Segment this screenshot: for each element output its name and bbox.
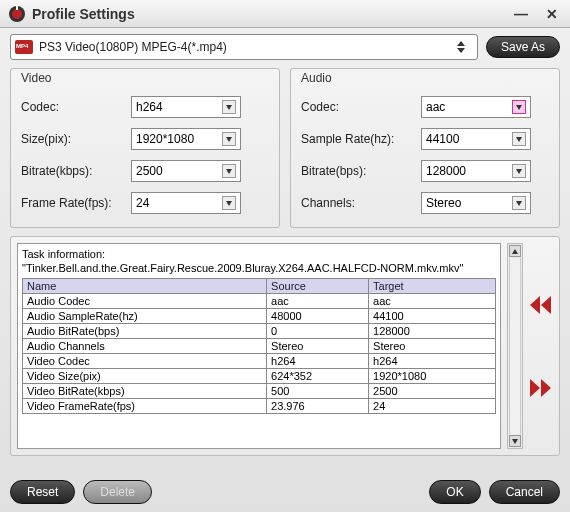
table-cell: Audio Channels — [23, 339, 267, 354]
table-row: Audio BitRate(bps)0128000 — [23, 324, 496, 339]
task-info-table: Name Source Target Audio CodecaacaacAudi… — [22, 278, 496, 414]
video-framerate-label: Frame Rate(fps): — [21, 196, 131, 210]
table-cell: 624*352 — [267, 369, 369, 384]
chevron-down-icon — [222, 196, 236, 210]
table-cell: h264 — [369, 354, 496, 369]
chevron-down-icon — [512, 164, 526, 178]
profile-settings-window: Profile Settings — ✕ PS3 Video(1080P) MP… — [0, 0, 570, 512]
task-info-inner: Task information: "Tinker.Bell.and.the.G… — [17, 243, 501, 449]
save-as-button[interactable]: Save As — [486, 36, 560, 58]
task-info-label: Task information: — [22, 248, 496, 260]
cancel-button[interactable]: Cancel — [489, 480, 560, 504]
table-cell: Audio Codec — [23, 294, 267, 309]
svg-marker-3 — [530, 296, 540, 314]
audio-samplerate-label: Sample Rate(hz): — [301, 132, 421, 146]
video-panel-title: Video — [21, 71, 269, 85]
profile-select[interactable]: PS3 Video(1080P) MPEG-4(*.mp4) — [10, 34, 478, 60]
table-cell: 23.976 — [267, 399, 369, 414]
video-framerate-select[interactable]: 24 — [131, 192, 241, 214]
video-panel: Video Codec:h264 Size(pix):1920*1080 Bit… — [10, 68, 280, 228]
svg-point-1 — [12, 9, 22, 19]
svg-marker-6 — [541, 379, 551, 397]
content-area: PS3 Video(1080P) MPEG-4(*.mp4) Save As V… — [0, 28, 570, 474]
table-row: Audio SampleRate(hz)4800044100 — [23, 309, 496, 324]
scrollbar[interactable] — [507, 243, 523, 449]
svg-marker-4 — [541, 296, 551, 314]
video-bitrate-label: Bitrate(kbps): — [21, 164, 131, 178]
chevron-down-icon — [512, 196, 526, 210]
close-button[interactable]: ✕ — [542, 6, 562, 22]
audio-channels-select[interactable]: Stereo — [421, 192, 531, 214]
table-cell: Stereo — [267, 339, 369, 354]
table-row: Video Codech264h264 — [23, 354, 496, 369]
table-cell: Video BitRate(kbps) — [23, 384, 267, 399]
scroll-down-icon[interactable] — [509, 435, 521, 447]
table-cell: 2500 — [369, 384, 496, 399]
video-bitrate-select[interactable]: 2500 — [131, 160, 241, 182]
svg-rect-2 — [16, 6, 18, 10]
window-title: Profile Settings — [32, 6, 510, 22]
app-icon — [8, 5, 26, 23]
table-cell: 0 — [267, 324, 369, 339]
table-cell: Audio BitRate(bps) — [23, 324, 267, 339]
table-cell: h264 — [267, 354, 369, 369]
chevron-down-icon — [222, 132, 236, 146]
scroll-up-icon[interactable] — [509, 245, 521, 257]
th-name: Name — [23, 279, 267, 294]
table-cell: aac — [369, 294, 496, 309]
table-row: Audio Codecaacaac — [23, 294, 496, 309]
chevron-down-icon — [512, 132, 526, 146]
th-source: Source — [267, 279, 369, 294]
audio-samplerate-select[interactable]: 44100 — [421, 128, 531, 150]
reset-button[interactable]: Reset — [10, 480, 75, 504]
audio-panel-title: Audio — [301, 71, 549, 85]
profile-text: PS3 Video(1080P) MPEG-4(*.mp4) — [39, 40, 457, 54]
nav-arrows — [529, 243, 553, 449]
chevron-down-icon — [222, 164, 236, 178]
audio-bitrate-label: Bitrate(bps): — [301, 164, 421, 178]
table-cell: Audio SampleRate(hz) — [23, 309, 267, 324]
table-row: Video BitRate(kbps)5002500 — [23, 384, 496, 399]
audio-channels-label: Channels: — [301, 196, 421, 210]
table-row: Video Size(pix)624*3521920*1080 — [23, 369, 496, 384]
table-cell: 48000 — [267, 309, 369, 324]
next-button[interactable] — [530, 379, 552, 397]
prev-button[interactable] — [530, 296, 552, 314]
chevron-down-icon — [512, 100, 526, 114]
table-cell: 1920*1080 — [369, 369, 496, 384]
table-cell: 128000 — [369, 324, 496, 339]
video-codec-label: Codec: — [21, 100, 131, 114]
table-row: Video FrameRate(fps)23.97624 — [23, 399, 496, 414]
video-codec-select[interactable]: h264 — [131, 96, 241, 118]
ok-button[interactable]: OK — [429, 480, 480, 504]
titlebar: Profile Settings — ✕ — [0, 0, 570, 28]
table-cell: 500 — [267, 384, 369, 399]
table-cell: Video FrameRate(fps) — [23, 399, 267, 414]
scroll-track[interactable] — [509, 258, 521, 434]
chevron-down-icon — [222, 100, 236, 114]
table-cell: 44100 — [369, 309, 496, 324]
table-cell: aac — [267, 294, 369, 309]
svg-marker-5 — [530, 379, 540, 397]
audio-panel: Audio Codec:aac Sample Rate(hz):44100 Bi… — [290, 68, 560, 228]
table-cell: Video Codec — [23, 354, 267, 369]
profile-spin[interactable] — [457, 41, 473, 53]
audio-codec-label: Codec: — [301, 100, 421, 114]
video-size-label: Size(pix): — [21, 132, 131, 146]
table-cell: 24 — [369, 399, 496, 414]
table-cell: Video Size(pix) — [23, 369, 267, 384]
minimize-button[interactable]: — — [510, 6, 532, 22]
video-size-select[interactable]: 1920*1080 — [131, 128, 241, 150]
delete-button[interactable]: Delete — [83, 480, 152, 504]
th-target: Target — [369, 279, 496, 294]
audio-bitrate-select[interactable]: 128000 — [421, 160, 531, 182]
task-file-name: "Tinker.Bell.and.the.Great.Fairy.Rescue.… — [22, 262, 496, 274]
profile-row: PS3 Video(1080P) MPEG-4(*.mp4) Save As — [10, 34, 560, 60]
table-row: Audio ChannelsStereoStereo — [23, 339, 496, 354]
footer: Reset Delete OK Cancel — [0, 474, 570, 512]
task-info-panel: Task information: "Tinker.Bell.and.the.G… — [10, 236, 560, 456]
mp4-icon — [15, 40, 33, 54]
audio-codec-select[interactable]: aac — [421, 96, 531, 118]
table-cell: Stereo — [369, 339, 496, 354]
